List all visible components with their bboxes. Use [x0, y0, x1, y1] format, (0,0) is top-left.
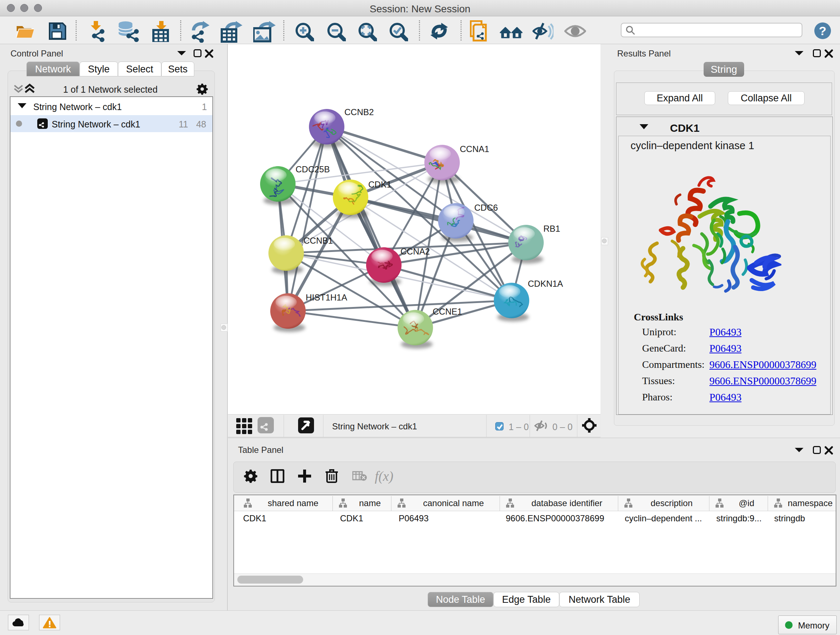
svg-text:CDC25B: CDC25B	[295, 165, 330, 174]
svg-text:RB1: RB1	[543, 224, 561, 233]
svg-text:CDKN1A: CDKN1A	[528, 279, 563, 288]
svg-text:CDC6: CDC6	[474, 203, 498, 212]
svg-text:CCNB2: CCNB2	[344, 107, 374, 117]
svg-text:HIST1H1A: HIST1H1A	[306, 293, 347, 302]
svg-text:CCNB1: CCNB1	[303, 236, 333, 245]
svg-text:CCNE1: CCNE1	[433, 307, 462, 317]
svg-text:CCNA1: CCNA1	[460, 144, 489, 154]
svg-text:CDK1: CDK1	[368, 180, 392, 189]
svg-text:CCNA2: CCNA2	[401, 247, 430, 256]
